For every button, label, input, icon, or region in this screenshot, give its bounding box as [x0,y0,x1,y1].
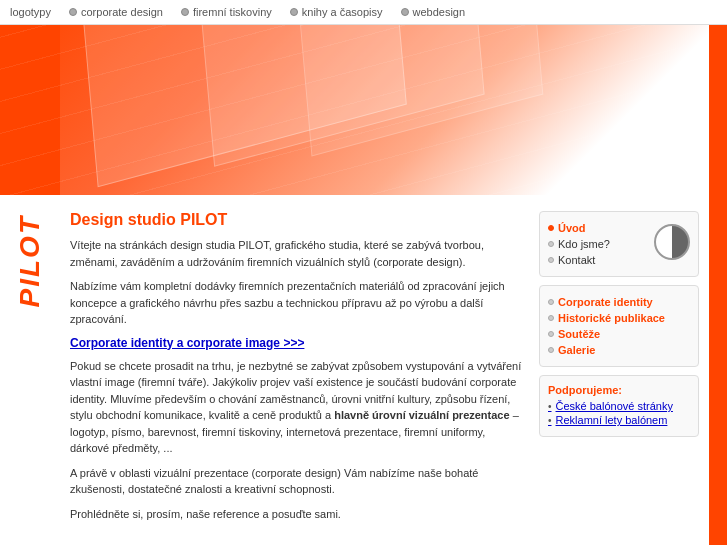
nav-label-corporate-design: corporate design [81,6,163,18]
intro-paragraph-2: Nabízíme vám kompletní dodávky firemních… [70,278,525,328]
sidebar-box-section-nav: Corporate identity Historické publikace … [539,285,699,367]
nav-dot-kdo-jsme [548,241,554,247]
nav-dot [401,8,409,16]
sidebar-nav-kontakt[interactable]: Kontakt [548,252,610,268]
intro-paragraph-1: Vítejte na stránkách design studia PILOT… [70,237,525,270]
sidebar-box-main-nav: Úvod Kdo jsme? Kontakt [539,211,699,277]
nav-dot [290,8,298,16]
nav-label-knihy-casopisy: knihy a časopisy [302,6,383,18]
nav-item-firemni-tiskoviny[interactable]: firemní tiskoviny [181,6,272,18]
main-wrapper: PILOT Design studio PILOT Vítejte na str… [0,195,727,545]
body-paragraph-3: Prohlédněte si, prosím, naše reference a… [70,506,525,523]
body-paragraph-2: A právě v oblasti vizuální prezentace (c… [70,465,525,498]
sidebar-nav-kdo-jsme[interactable]: Kdo jsme? [548,236,610,252]
nav-dot-uvod [548,225,554,231]
sidebar-logo-area [654,224,690,260]
nav-dot-souteze [548,331,554,337]
supports-link-2[interactable]: • Reklamní lety balónem [548,414,690,426]
nav-dot-kontakt [548,257,554,263]
nav-item-logotypy[interactable]: logotypy [10,6,51,18]
right-edge-bar [709,195,727,545]
supports-link-1[interactable]: • České balónové stránky [548,400,690,412]
nav-item-knihy-casopisy[interactable]: knihy a časopisy [290,6,383,18]
nav-dot-galerie [548,347,554,353]
pilot-logo-text: PILOT [14,215,46,307]
body-paragraph-1: Pokud se chcete prosadit na trhu, je nez… [70,358,525,457]
nav-dot-corp-id [548,299,554,305]
nav-dot [181,8,189,16]
supports-label: Podporujeme: [548,384,690,396]
nav-dot [69,8,77,16]
nav-dot-historicke [548,315,554,321]
hero-grid-overlay [0,25,727,195]
page-title: Design studio PILOT [70,211,525,229]
main-content: Design studio PILOT Vítejte na stránkách… [70,211,525,530]
sidebar-main-nav-links: Úvod Kdo jsme? Kontakt [548,220,610,268]
top-navigation: logotypy corporate design firemní tiskov… [0,0,727,25]
nav-label-firemni-tiskoviny: firemní tiskoviny [193,6,272,18]
nav-item-corporate-design[interactable]: corporate design [69,6,163,18]
right-sidebar: Úvod Kdo jsme? Kontakt [539,211,699,530]
circle-logo [654,224,690,260]
nav-label-webdesign: webdesign [413,6,466,18]
sidebar-nav-historicke[interactable]: Historické publikace [548,310,690,326]
sidebar-nav-galerie[interactable]: Galerie [548,342,690,358]
sidebar-box-supports: Podporujeme: • České balónové stránky • … [539,375,699,437]
nav-item-webdesign[interactable]: webdesign [401,6,466,18]
sidebar-nav-uvod[interactable]: Úvod [548,220,610,236]
hero-banner [0,25,727,195]
sidebar-nav-corporate-identity[interactable]: Corporate identity [548,294,690,310]
corporate-identity-link[interactable]: Corporate identity a corporate image >>> [70,336,304,350]
left-bar: PILOT [0,195,60,545]
content-area: Design studio PILOT Vítejte na stránkách… [60,195,709,545]
hero-right-bar [709,25,727,195]
nav-label-logotypy: logotypy [10,6,51,18]
sidebar-nav-souteze[interactable]: Soutěže [548,326,690,342]
